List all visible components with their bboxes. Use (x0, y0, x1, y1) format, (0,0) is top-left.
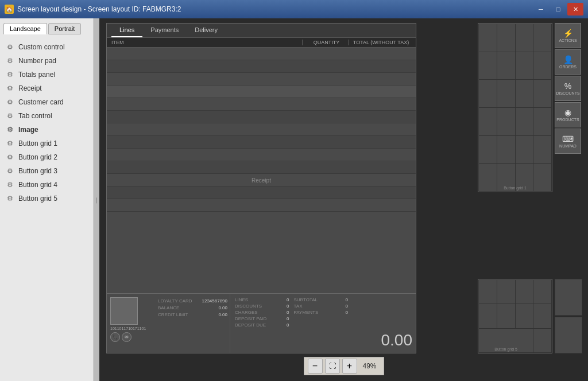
zoom-fit-button[interactable]: ⛶ (325, 359, 340, 374)
action-buttons-panel: ⚡ ACTIONS 👤 ORDERS % DISCOUNTS ◉ PRODUCT… (555, 23, 582, 154)
balance-value: 0.00 (218, 305, 227, 310)
balance-row: BALANCE 0.00 (158, 305, 227, 310)
sidebar-item-button-grid-4[interactable]: ⚙ Button grid 4 (0, 178, 93, 192)
actions-icon: ⚡ (563, 29, 573, 38)
sidebar-item-button-grid-2[interactable]: ⚙ Button grid 2 (0, 150, 93, 164)
far-right-cell-1 (555, 279, 582, 316)
gear-icon-totals-panel: ⚙ (6, 71, 14, 79)
customer-avatar-section: 1011011710171101 📞 ✉ (107, 294, 156, 353)
gear-icon-button-grid-4: ⚙ (6, 181, 14, 189)
gear-icon-custom-control: ⚙ (6, 43, 14, 51)
col-total-header: TOTAL (WITHOUT TAX) (348, 40, 411, 45)
tax-label: TAX (294, 304, 303, 309)
main-container: Landscape Portrait ⚙ Custom control ⚙ Nu… (0, 18, 588, 381)
zoom-out-button[interactable]: − (308, 359, 323, 374)
gear-icon-customer-card: ⚙ (6, 98, 14, 106)
minimize-button[interactable]: ─ (533, 3, 549, 15)
gear-icon-button-grid-5: ⚙ (6, 195, 14, 203)
title-bar-controls: ─ □ ✕ (533, 3, 583, 15)
gear-icon-image: ⚙ (6, 126, 14, 134)
receipt-row (107, 149, 416, 161)
amount-due-value: 0.00 (381, 331, 413, 349)
products-button[interactable]: ◉ PRODUCTS (555, 102, 581, 127)
gear-icon-tab-control: ⚙ (6, 112, 14, 120)
totals-left: LINES 0 DISCOUNTS 0 CHARGES 0 DEPOSIT PA… (235, 297, 289, 349)
sidebar-item-customer-card[interactable]: ⚙ Customer card (0, 95, 93, 109)
sidebar-item-button-grid-3[interactable]: ⚙ Button grid 3 (0, 164, 93, 178)
orders-label: ORDERS (559, 65, 577, 69)
subtotal-label: SUBTOTAL (294, 297, 318, 302)
actions-label: ACTIONS (559, 38, 577, 42)
orders-button[interactable]: 👤 ORDERS (555, 49, 581, 75)
receipt-row (107, 136, 416, 149)
receipt-row (107, 60, 416, 73)
receipt-row (107, 111, 416, 123)
sidebar-item-custom-control[interactable]: ⚙ Custom control (0, 40, 93, 54)
receipt-row (107, 186, 416, 199)
far-right-bottom-panel (555, 279, 582, 353)
title-bar-left: 🏠 Screen layout design - Screen layout I… (5, 5, 181, 14)
receipt-row (107, 73, 416, 85)
products-label: PRODUCTS (556, 118, 579, 122)
tab-payments[interactable]: Payments (142, 24, 187, 37)
sidebar-item-button-grid-5[interactable]: ⚙ Button grid 5 (0, 192, 93, 205)
button-grid-1-label: Button grid 1 (504, 186, 527, 190)
actions-button[interactable]: ⚡ ACTIONS (555, 23, 581, 48)
sidebar-item-totals-panel[interactable]: ⚙ Totals panel (0, 68, 93, 81)
gear-icon-button-grid-1: ⚙ (6, 139, 14, 147)
tab-landscape[interactable]: Landscape (3, 23, 47, 34)
customer-panel: 1011011710171101 📞 ✉ LOYALTY CARD 123456… (106, 293, 416, 353)
sidebar-item-button-grid-1[interactable]: ⚙ Button grid 1 (0, 137, 93, 150)
window-title: Screen layout design - Screen layout ID:… (17, 5, 181, 13)
receipt-row (107, 123, 416, 136)
upper-right-grid-container: Button grid 1 (478, 23, 552, 192)
lower-right-grid: Button grid 5 (478, 279, 552, 353)
splitter-handle[interactable] (94, 18, 99, 381)
col-item-header: ITEM (111, 40, 302, 45)
discounts-button[interactable]: % DISCOUNTS (555, 76, 581, 101)
tab-lines[interactable]: Lines (111, 24, 142, 37)
close-button[interactable]: ✕ (567, 3, 583, 15)
receipt-row (107, 85, 416, 98)
numpad-label: NUMPAD (559, 144, 577, 148)
gear-icon-button-grid-3: ⚙ (6, 167, 14, 175)
subtotal-value: 0 (346, 297, 348, 302)
far-right-cell-2 (555, 317, 582, 353)
button-grid-5-label: Button grid 5 (494, 347, 517, 351)
receipt-tabs: Lines Payments Delivery (107, 24, 416, 38)
email-button[interactable]: ✉ (122, 332, 131, 342)
credit-limit-value: 0.00 (218, 312, 227, 317)
receipt-rows: Receipt (107, 48, 416, 313)
credit-limit-label: CREDIT LIMIT (158, 312, 188, 317)
payments-value: 0 (346, 310, 348, 315)
discounts-value: 0 (287, 304, 289, 309)
charges-label: CHARGES (235, 310, 258, 315)
orders-icon: 👤 (563, 55, 573, 64)
receipt-center-label: Receipt (252, 177, 271, 184)
sidebar-item-image[interactable]: ⚙ Image (0, 123, 93, 137)
customer-action-icons: 📞 ✉ (110, 332, 152, 342)
lines-label: LINES (235, 297, 248, 302)
canvas-area: Lines Payments Delivery ITEM QUANTITY TO… (99, 18, 588, 381)
sidebar-item-tab-control[interactable]: ⚙ Tab control (0, 109, 93, 123)
amount-due-section: 0.00 (353, 294, 416, 353)
tab-delivery[interactable]: Delivery (187, 24, 226, 37)
sidebar: Landscape Portrait ⚙ Custom control ⚙ Nu… (0, 18, 94, 381)
tab-portrait[interactable]: Portrait (48, 23, 81, 34)
sidebar-item-receipt[interactable]: ⚙ Receipt (0, 81, 93, 95)
phone-button[interactable]: 📞 (110, 332, 120, 342)
discounts-label: DISCOUNTS (235, 304, 262, 309)
totals-right: SUBTOTAL 0 TAX 0 PAYMENTS 0 (294, 297, 349, 349)
receipt-row (107, 199, 416, 212)
tax-value: 0 (346, 304, 348, 309)
restore-button[interactable]: □ (550, 3, 566, 15)
numpad-button[interactable]: ⌨ NUMPAD (555, 129, 581, 154)
zoom-in-button[interactable]: + (342, 359, 357, 374)
numpad-icon: ⌨ (562, 134, 574, 143)
loyalty-value: 1234567890 (202, 298, 228, 304)
discounts-label: DISCOUNTS (556, 91, 579, 95)
deposit-due-value: 0 (287, 322, 289, 328)
sidebar-item-number-pad[interactable]: ⚙ Number pad (0, 54, 93, 68)
title-bar: 🏠 Screen layout design - Screen layout I… (0, 0, 588, 18)
products-icon: ◉ (564, 108, 571, 117)
